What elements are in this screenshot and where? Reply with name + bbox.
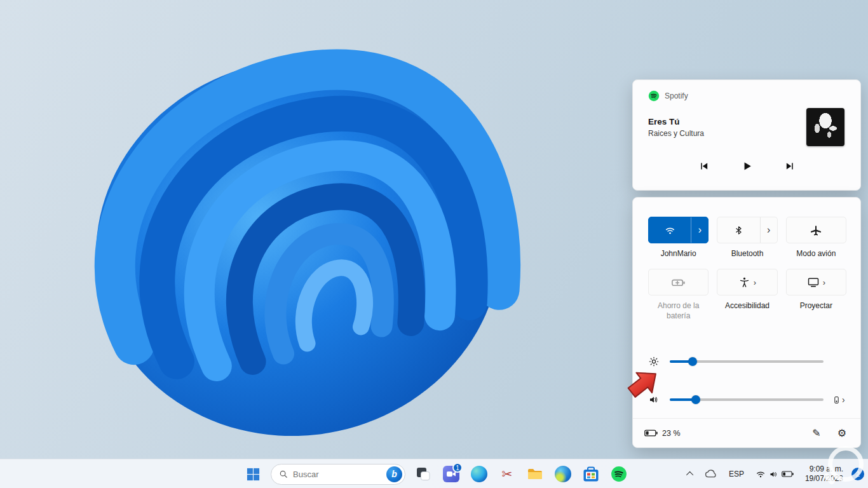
bluetooth-icon bbox=[733, 225, 744, 236]
taskbar: b 1 ✂ bbox=[0, 459, 868, 488]
audio-output-selector[interactable]: › bbox=[832, 395, 845, 405]
project-label: Proyectar bbox=[786, 301, 846, 311]
battery-percentage: 23 % bbox=[662, 429, 681, 438]
media-flyout-header: Spotify bbox=[648, 90, 688, 102]
taskbar-tray: ESP 9:09 bbox=[685, 459, 864, 488]
scissors-icon: ✂ bbox=[502, 468, 513, 480]
play-button[interactable] bbox=[734, 154, 759, 178]
accessibility-icon bbox=[738, 276, 750, 288]
spotify-logo-icon bbox=[648, 90, 660, 102]
wifi-expand-chevron[interactable]: › bbox=[691, 217, 708, 243]
quick-settings-grid: › JohnMario › Bluetooth bbox=[648, 217, 846, 321]
track-title: Eres Tú bbox=[648, 117, 680, 126]
onedrive-tray-button[interactable] bbox=[702, 463, 721, 485]
brightness-slider-thumb[interactable] bbox=[688, 357, 697, 366]
chevron-up-icon bbox=[686, 471, 693, 478]
battery-saver-icon bbox=[671, 275, 686, 290]
battery-saver-label: Ahorro de la batería bbox=[648, 301, 709, 321]
previous-track-button[interactable] bbox=[691, 154, 716, 178]
media-app-name: Spotify bbox=[665, 92, 688, 100]
quick-settings-panel: › JohnMario › Bluetooth bbox=[632, 197, 861, 448]
spotify-button[interactable] bbox=[606, 461, 632, 487]
store-icon bbox=[583, 466, 599, 482]
start-button[interactable] bbox=[240, 461, 266, 487]
brightness-slider[interactable] bbox=[670, 360, 824, 363]
tray-battery-icon bbox=[782, 470, 794, 478]
language-label: ESP bbox=[729, 470, 744, 478]
volume-slider-thumb[interactable] bbox=[691, 395, 700, 404]
next-icon bbox=[785, 161, 796, 172]
bluetooth-label: Bluetooth bbox=[717, 248, 777, 259]
battery-icon bbox=[644, 429, 658, 437]
microsoft-store-button[interactable] bbox=[578, 461, 604, 487]
previous-icon bbox=[698, 161, 709, 172]
track-artist: Raices y Cultura bbox=[648, 129, 704, 138]
wifi-icon bbox=[664, 224, 676, 236]
airplane-icon bbox=[810, 224, 822, 236]
album-art bbox=[806, 108, 844, 146]
wifi-tile[interactable]: › bbox=[648, 217, 709, 243]
taskbar-center: b 1 ✂ bbox=[240, 459, 632, 488]
notification-count-badge[interactable]: 2 bbox=[851, 468, 864, 480]
file-explorer-button[interactable] bbox=[522, 461, 548, 487]
media-flyout-panel: Spotify Eres Tú Raices y Cultura bbox=[632, 79, 861, 191]
next-track-button[interactable] bbox=[777, 154, 803, 178]
media-controls bbox=[633, 154, 860, 178]
show-hidden-icons-button[interactable] bbox=[685, 463, 696, 485]
snipping-tool-button[interactable]: ✂ bbox=[494, 461, 520, 487]
language-switcher[interactable]: ESP bbox=[726, 463, 747, 485]
clock-button[interactable]: 9:09 a. m. 19/07/2023 bbox=[802, 463, 846, 485]
brightness-row bbox=[648, 355, 846, 368]
annotation-arrow bbox=[624, 362, 663, 404]
wifi-label: JohnMario bbox=[648, 248, 709, 259]
desktop: Spotify Eres Tú Raices y Cultura bbox=[0, 0, 868, 488]
bing-icon[interactable]: b bbox=[386, 466, 402, 482]
chat-notification-badge: 1 bbox=[452, 463, 463, 473]
airplane-mode-tile[interactable] bbox=[786, 217, 846, 243]
accessibility-label: Accesibilidad bbox=[717, 301, 777, 311]
volume-row: › bbox=[648, 393, 846, 406]
settings-button[interactable]: ⚙ bbox=[837, 428, 846, 438]
chat-button[interactable]: 1 bbox=[438, 461, 464, 487]
airplane-mode-label: Modo avión bbox=[786, 248, 846, 259]
spotify-icon bbox=[611, 466, 627, 482]
battery-status-button[interactable]: 23 % bbox=[644, 429, 681, 438]
audio-output-chevron: › bbox=[842, 395, 845, 405]
volume-slider[interactable] bbox=[670, 398, 824, 401]
tray-time: 9:09 a. m. bbox=[805, 464, 843, 474]
edit-quick-settings-button[interactable]: ✎ bbox=[812, 428, 820, 438]
tray-volume-icon bbox=[769, 470, 778, 479]
folder-icon bbox=[527, 466, 543, 482]
search-input[interactable] bbox=[293, 470, 381, 479]
wallpaper-bloom-image bbox=[25, 6, 572, 477]
accessibility-chevron-icon: › bbox=[754, 278, 756, 287]
audio-device-icon bbox=[832, 396, 841, 404]
quick-settings-footer: 23 % ✎ ⚙ bbox=[633, 418, 860, 447]
windows-logo-icon bbox=[246, 467, 261, 482]
accessibility-tile[interactable]: › bbox=[717, 269, 777, 295]
search-icon bbox=[279, 470, 288, 478]
tray-wifi-icon bbox=[756, 470, 766, 478]
tray-date: 19/07/2023 bbox=[805, 474, 843, 484]
edge-browser-button[interactable] bbox=[466, 461, 492, 487]
battery-saver-tile[interactable] bbox=[648, 269, 709, 295]
quick-settings-tray-button[interactable] bbox=[752, 463, 797, 485]
project-tile[interactable]: › bbox=[786, 269, 846, 295]
task-view-icon bbox=[416, 466, 431, 482]
bluetooth-tile[interactable]: › bbox=[717, 217, 777, 243]
edge-icon bbox=[471, 466, 487, 482]
cloud-icon bbox=[705, 470, 717, 478]
browser-button[interactable] bbox=[550, 461, 576, 487]
play-icon bbox=[741, 160, 753, 172]
task-view-button[interactable] bbox=[410, 461, 436, 487]
project-icon bbox=[807, 276, 820, 288]
bluetooth-expand-chevron[interactable]: › bbox=[760, 217, 777, 243]
project-chevron-icon: › bbox=[823, 278, 825, 287]
browser-icon bbox=[555, 466, 571, 482]
search-box[interactable]: b bbox=[271, 464, 405, 485]
